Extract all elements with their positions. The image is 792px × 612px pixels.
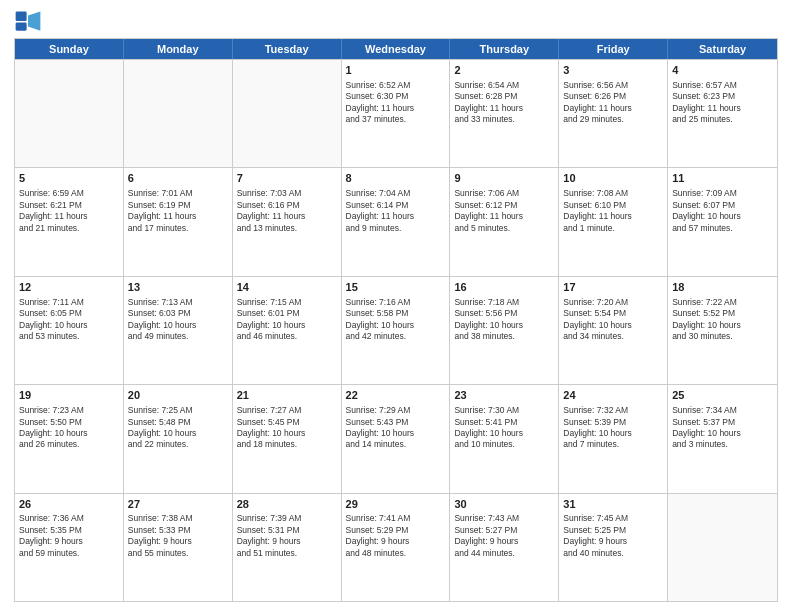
day-number: 10 (563, 171, 663, 186)
calendar-cell: 5Sunrise: 6:59 AMSunset: 6:21 PMDaylight… (15, 168, 124, 275)
weekday-header: Monday (124, 39, 233, 59)
day-number: 4 (672, 63, 773, 78)
calendar-cell: 19Sunrise: 7:23 AMSunset: 5:50 PMDayligh… (15, 385, 124, 492)
calendar-cell: 12Sunrise: 7:11 AMSunset: 6:05 PMDayligh… (15, 277, 124, 384)
weekday-header: Wednesday (342, 39, 451, 59)
day-number: 11 (672, 171, 773, 186)
logo (14, 10, 44, 32)
calendar-cell: 13Sunrise: 7:13 AMSunset: 6:03 PMDayligh… (124, 277, 233, 384)
weekday-header: Thursday (450, 39, 559, 59)
day-number: 5 (19, 171, 119, 186)
calendar-cell: 28Sunrise: 7:39 AMSunset: 5:31 PMDayligh… (233, 494, 342, 601)
svg-marker-2 (28, 11, 40, 30)
day-info: Sunrise: 6:56 AMSunset: 6:26 PMDaylight:… (563, 80, 663, 126)
day-number: 16 (454, 280, 554, 295)
calendar-cell: 7Sunrise: 7:03 AMSunset: 6:16 PMDaylight… (233, 168, 342, 275)
page: SundayMondayTuesdayWednesdayThursdayFrid… (0, 0, 792, 612)
day-number: 17 (563, 280, 663, 295)
day-info: Sunrise: 6:54 AMSunset: 6:28 PMDaylight:… (454, 80, 554, 126)
day-number: 9 (454, 171, 554, 186)
day-info: Sunrise: 7:06 AMSunset: 6:12 PMDaylight:… (454, 188, 554, 234)
day-info: Sunrise: 7:20 AMSunset: 5:54 PMDaylight:… (563, 297, 663, 343)
weekday-header: Tuesday (233, 39, 342, 59)
day-number: 30 (454, 497, 554, 512)
day-info: Sunrise: 7:18 AMSunset: 5:56 PMDaylight:… (454, 297, 554, 343)
day-info: Sunrise: 7:27 AMSunset: 5:45 PMDaylight:… (237, 405, 337, 451)
logo-icon (14, 10, 42, 32)
calendar-cell: 1Sunrise: 6:52 AMSunset: 6:30 PMDaylight… (342, 60, 451, 167)
day-info: Sunrise: 7:23 AMSunset: 5:50 PMDaylight:… (19, 405, 119, 451)
weekday-header: Friday (559, 39, 668, 59)
calendar-cell: 18Sunrise: 7:22 AMSunset: 5:52 PMDayligh… (668, 277, 777, 384)
empty-cell (668, 494, 777, 601)
empty-cell (15, 60, 124, 167)
day-info: Sunrise: 7:01 AMSunset: 6:19 PMDaylight:… (128, 188, 228, 234)
day-number: 18 (672, 280, 773, 295)
day-info: Sunrise: 7:29 AMSunset: 5:43 PMDaylight:… (346, 405, 446, 451)
day-info: Sunrise: 6:57 AMSunset: 6:23 PMDaylight:… (672, 80, 773, 126)
calendar-header-row: SundayMondayTuesdayWednesdayThursdayFrid… (15, 39, 777, 59)
day-info: Sunrise: 6:59 AMSunset: 6:21 PMDaylight:… (19, 188, 119, 234)
day-info: Sunrise: 7:36 AMSunset: 5:35 PMDaylight:… (19, 513, 119, 559)
day-info: Sunrise: 7:39 AMSunset: 5:31 PMDaylight:… (237, 513, 337, 559)
calendar-cell: 10Sunrise: 7:08 AMSunset: 6:10 PMDayligh… (559, 168, 668, 275)
calendar-cell: 29Sunrise: 7:41 AMSunset: 5:29 PMDayligh… (342, 494, 451, 601)
calendar-cell: 15Sunrise: 7:16 AMSunset: 5:58 PMDayligh… (342, 277, 451, 384)
day-info: Sunrise: 7:43 AMSunset: 5:27 PMDaylight:… (454, 513, 554, 559)
calendar-cell: 11Sunrise: 7:09 AMSunset: 6:07 PMDayligh… (668, 168, 777, 275)
day-info: Sunrise: 7:45 AMSunset: 5:25 PMDaylight:… (563, 513, 663, 559)
day-info: Sunrise: 7:13 AMSunset: 6:03 PMDaylight:… (128, 297, 228, 343)
calendar-cell: 27Sunrise: 7:38 AMSunset: 5:33 PMDayligh… (124, 494, 233, 601)
weekday-header: Saturday (668, 39, 777, 59)
calendar-row: 12Sunrise: 7:11 AMSunset: 6:05 PMDayligh… (15, 276, 777, 384)
day-number: 23 (454, 388, 554, 403)
calendar-cell: 30Sunrise: 7:43 AMSunset: 5:27 PMDayligh… (450, 494, 559, 601)
calendar-body: 1Sunrise: 6:52 AMSunset: 6:30 PMDaylight… (15, 59, 777, 601)
calendar-cell: 4Sunrise: 6:57 AMSunset: 6:23 PMDaylight… (668, 60, 777, 167)
day-info: Sunrise: 7:30 AMSunset: 5:41 PMDaylight:… (454, 405, 554, 451)
day-info: Sunrise: 7:22 AMSunset: 5:52 PMDaylight:… (672, 297, 773, 343)
day-number: 28 (237, 497, 337, 512)
svg-rect-1 (16, 22, 27, 30)
calendar-cell: 20Sunrise: 7:25 AMSunset: 5:48 PMDayligh… (124, 385, 233, 492)
calendar-cell: 23Sunrise: 7:30 AMSunset: 5:41 PMDayligh… (450, 385, 559, 492)
calendar-cell: 6Sunrise: 7:01 AMSunset: 6:19 PMDaylight… (124, 168, 233, 275)
empty-cell (233, 60, 342, 167)
calendar-cell: 14Sunrise: 7:15 AMSunset: 6:01 PMDayligh… (233, 277, 342, 384)
day-number: 6 (128, 171, 228, 186)
day-number: 12 (19, 280, 119, 295)
day-number: 19 (19, 388, 119, 403)
day-number: 2 (454, 63, 554, 78)
day-number: 14 (237, 280, 337, 295)
calendar-cell: 25Sunrise: 7:34 AMSunset: 5:37 PMDayligh… (668, 385, 777, 492)
weekday-header: Sunday (15, 39, 124, 59)
day-number: 13 (128, 280, 228, 295)
day-number: 21 (237, 388, 337, 403)
day-info: Sunrise: 7:16 AMSunset: 5:58 PMDaylight:… (346, 297, 446, 343)
day-info: Sunrise: 7:15 AMSunset: 6:01 PMDaylight:… (237, 297, 337, 343)
day-info: Sunrise: 7:32 AMSunset: 5:39 PMDaylight:… (563, 405, 663, 451)
day-info: Sunrise: 7:04 AMSunset: 6:14 PMDaylight:… (346, 188, 446, 234)
calendar-cell: 24Sunrise: 7:32 AMSunset: 5:39 PMDayligh… (559, 385, 668, 492)
calendar-cell: 8Sunrise: 7:04 AMSunset: 6:14 PMDaylight… (342, 168, 451, 275)
day-info: Sunrise: 7:34 AMSunset: 5:37 PMDaylight:… (672, 405, 773, 451)
day-number: 27 (128, 497, 228, 512)
day-info: Sunrise: 7:09 AMSunset: 6:07 PMDaylight:… (672, 188, 773, 234)
day-number: 8 (346, 171, 446, 186)
day-info: Sunrise: 7:11 AMSunset: 6:05 PMDaylight:… (19, 297, 119, 343)
calendar-cell: 17Sunrise: 7:20 AMSunset: 5:54 PMDayligh… (559, 277, 668, 384)
header (14, 10, 778, 32)
day-number: 20 (128, 388, 228, 403)
day-number: 31 (563, 497, 663, 512)
calendar-cell: 31Sunrise: 7:45 AMSunset: 5:25 PMDayligh… (559, 494, 668, 601)
calendar-row: 19Sunrise: 7:23 AMSunset: 5:50 PMDayligh… (15, 384, 777, 492)
day-number: 1 (346, 63, 446, 78)
day-info: Sunrise: 7:03 AMSunset: 6:16 PMDaylight:… (237, 188, 337, 234)
day-number: 26 (19, 497, 119, 512)
calendar-cell: 3Sunrise: 6:56 AMSunset: 6:26 PMDaylight… (559, 60, 668, 167)
calendar-cell: 2Sunrise: 6:54 AMSunset: 6:28 PMDaylight… (450, 60, 559, 167)
day-number: 25 (672, 388, 773, 403)
day-number: 7 (237, 171, 337, 186)
day-info: Sunrise: 7:25 AMSunset: 5:48 PMDaylight:… (128, 405, 228, 451)
calendar-cell: 21Sunrise: 7:27 AMSunset: 5:45 PMDayligh… (233, 385, 342, 492)
